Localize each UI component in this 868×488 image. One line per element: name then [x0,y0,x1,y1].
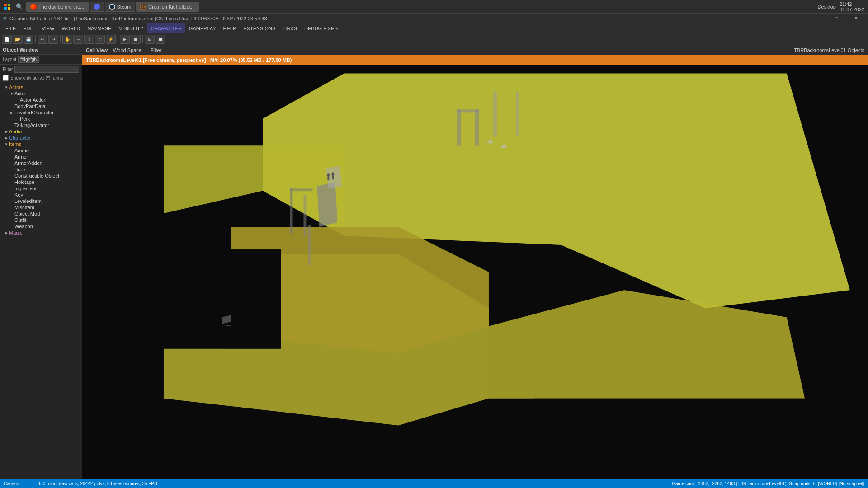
grid-btn[interactable]: ⊞ [145,35,155,44]
filter-label: Filter [151,47,161,53]
redo-btn[interactable]: ↪ [48,35,58,44]
taskbar: 🔍 The day before the... Steam CK Creatio… [0,0,868,14]
tree-actors[interactable]: Actors [0,84,82,90]
tree-magic[interactable]: Magic [0,230,82,236]
tree-key[interactable]: Key [0,192,82,198]
layout-value[interactable]: fhfghfgh [18,56,39,63]
actor-action-label: Actor Action [20,97,82,103]
titlebar: ⚙ Creation Kit Fallout 4 64-bit : [TheBa… [0,14,868,23]
open-btn[interactable]: 📂 [13,35,23,44]
misc-item-toggle [9,205,14,210]
filter-input[interactable] [14,66,79,73]
disco-tab[interactable] [90,2,104,12]
menu-view[interactable]: VIEW [38,23,58,33]
tree-holotape[interactable]: Holotape [0,179,82,185]
filter-row: Filter [0,65,82,74]
menubar: FILE EDIT VIEW WORLD NAVMESH VISIBILITY … [0,23,868,33]
misc-item-label: MiscItem [14,205,82,210]
undo-btn[interactable]: ↩ [38,35,47,44]
firefox-tab-label: The day before the... [38,4,85,9]
firefox-tab[interactable]: The day before the... [26,2,89,12]
tree-items[interactable]: Items [0,141,82,147]
items-label: Items [9,141,82,147]
tree-constructible-object[interactable]: Constructible Object [0,173,82,179]
svg-marker-11 [164,249,222,349]
desktop-label: Desktop [818,4,836,9]
minimize-button[interactable]: ─ [807,14,826,23]
tool4[interactable]: ↻ [95,35,105,44]
taskbar-right: Desktop 21:42 01.07.2022 [818,1,866,12]
tool2[interactable]: ↔ [73,35,83,44]
tree-ingredient[interactable]: Ingredient [0,185,82,192]
tree-book[interactable]: Book [0,166,82,173]
tree-outfit[interactable]: Outfit [0,217,82,223]
menu-visibility[interactable]: VISIBILITY [115,23,147,33]
viewport[interactable] [82,65,868,479]
tree-actor-action[interactable]: Actor Action [0,97,82,103]
character-toggle[interactable] [4,135,9,141]
items-toggle[interactable] [4,141,9,147]
tree-leveled-character[interactable]: LeveledCharacter [0,109,82,116]
tbrbackrooms-objects-label: TBRBackroomsLevel01 Objects [794,47,864,53]
show-active-checkbox[interactable] [3,75,9,81]
tree-misc-item[interactable]: MiscItem [0,204,82,211]
start-button[interactable] [2,1,13,12]
ck-tab-label: Creation Kit Fallout... [148,4,195,9]
menu-extensions[interactable]: EXTENSIONS [240,23,279,33]
tree-leveled-item[interactable]: LeveledItem [0,198,82,204]
steam-tab[interactable]: Steam [105,2,136,12]
actor-toggle[interactable] [9,91,14,96]
camera-status: Camera [4,481,20,486]
tree-ammo[interactable]: Ammo [0,147,82,154]
save-btn[interactable]: 💾 [24,35,33,44]
tree-bodypartdata[interactable]: BodyPartData [0,103,82,109]
tool1[interactable]: ✋ [62,35,72,44]
tree-armor[interactable]: Armor [0,154,82,160]
clock: 21:42 01.07.2022 [840,1,864,12]
tool3[interactable]: ↕ [84,35,94,44]
menu-file[interactable]: FILE [2,23,19,33]
book-toggle [9,167,14,172]
tree-audio[interactable]: Audio [0,128,82,135]
tree-object-mod[interactable]: Object Mod [0,211,82,217]
menu-world[interactable]: WORLD [58,23,84,33]
maximize-button[interactable]: □ [827,14,846,23]
play-btn[interactable]: ▶ [120,35,130,44]
tree-perk[interactable]: Perk [0,116,82,122]
menu-edit[interactable]: EDIT [19,23,38,33]
leveled-character-toggle[interactable] [9,110,14,115]
ck-tab[interactable]: CK Creation Kit Fallout... [136,2,199,12]
constructible-object-toggle [9,173,14,178]
tree-armoraddon[interactable]: ArmorAddon [0,160,82,166]
leveled-item-label: LeveledItem [14,198,82,204]
menu-gameplay[interactable]: GAMEPLAY [185,23,220,33]
menu-help[interactable]: HELP [220,23,240,33]
key-label: Key [14,192,82,197]
new-btn[interactable]: 📄 [2,35,12,44]
layout-row: Layout fhfghfgh [0,55,82,65]
close-button[interactable]: ✕ [846,14,865,23]
tree-actor[interactable]: Actor [0,90,82,97]
svg-rect-10 [222,249,281,349]
weapon-toggle [9,224,14,229]
menu-debug-fixes[interactable]: DEBUG FIXES [301,23,341,33]
holotape-toggle [9,179,14,185]
audio-toggle[interactable] [4,129,9,134]
svg-rect-1 [8,4,10,6]
snap-btn[interactable]: 🔲 [156,35,165,44]
tool5[interactable]: ⚡ [106,35,116,44]
tree-character[interactable]: Character [0,135,82,141]
tree-talking-activator[interactable]: TalkingActivator [0,122,82,128]
holotape-label: Holotape [14,179,82,185]
leveled-item-toggle [9,198,14,204]
menu-links[interactable]: LINKS [279,23,301,33]
search-button[interactable]: 🔍 [14,2,24,12]
stop-btn[interactable]: ⏹ [131,35,141,44]
magic-toggle[interactable] [4,230,9,235]
menu-navmesh[interactable]: NAVMESH [84,23,115,33]
ingredient-toggle [9,186,14,191]
menu-character[interactable]: CHARACTER [147,23,185,33]
object-window-header: Object Window [0,45,82,55]
tree-weapon[interactable]: Weapon [0,223,82,230]
actors-toggle[interactable] [4,84,9,90]
